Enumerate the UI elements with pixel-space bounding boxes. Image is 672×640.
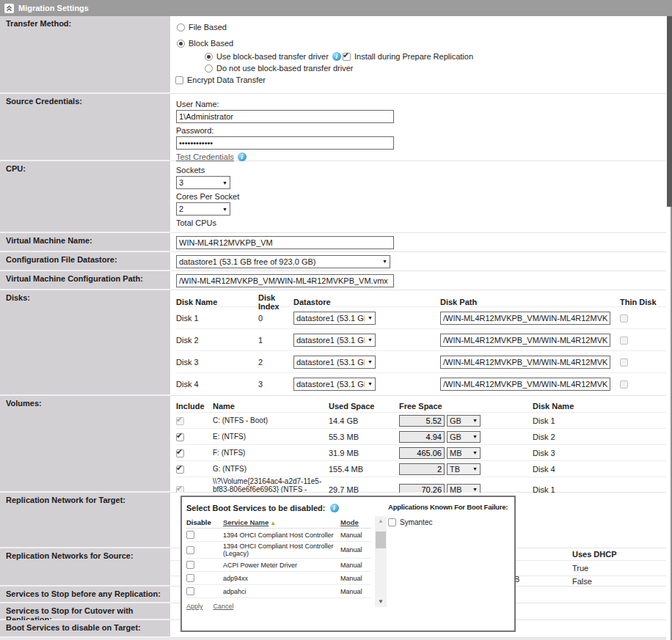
test-credentials-link[interactable]: Test Credentials	[176, 152, 234, 161]
disk-index: 2	[258, 358, 293, 367]
disk-path-input[interactable]	[440, 378, 610, 391]
include-checkbox[interactable]	[176, 433, 184, 441]
encrypt-checkbox[interactable]	[175, 76, 183, 84]
boot-services-table: Disable Service Name Mode 1394 OHCI Comp…	[186, 516, 371, 610]
service-disable-checkbox[interactable]	[186, 587, 194, 595]
app-checkbox[interactable]	[388, 518, 396, 526]
cancel-link[interactable]: Cancel	[213, 603, 234, 610]
section-label-vm-name: Virtual Machine Name:	[0, 233, 170, 252]
disk-index: 0	[258, 314, 293, 323]
section-label-disks: Disks:	[0, 290, 170, 396]
volume-used-space: 55.3 MB	[329, 433, 399, 441]
section-label-vm-config-path: Virtual Machine Configuration Path:	[0, 271, 170, 290]
install-prepare-checkbox[interactable]	[343, 53, 351, 61]
thin-disk-checkbox[interactable]	[620, 358, 628, 367]
disk-path-input[interactable]	[440, 356, 610, 369]
service-disable-checkbox[interactable]	[186, 574, 194, 582]
free-space-unit-select[interactable]: TB	[447, 463, 481, 475]
info-icon[interactable]	[330, 504, 339, 512]
volume-name: E: (NTFS)	[213, 433, 329, 441]
block-based-radio[interactable]	[177, 40, 185, 48]
password-label: Password:	[176, 126, 666, 136]
scrollbar-down-icon[interactable]	[375, 597, 387, 606]
sockets-select[interactable]: 3	[176, 176, 230, 189]
thin-disk-checkbox[interactable]	[620, 380, 628, 389]
section-label-config-datastore: Configuration File Datastore:	[0, 252, 170, 271]
thin-disk-checkbox[interactable]	[620, 336, 628, 345]
include-checkbox[interactable]	[176, 466, 184, 474]
volumes-header-disk: Disk Name	[533, 402, 666, 411]
service-row: ACPI Power Meter Driver Manual	[186, 559, 371, 572]
service-name: ACPI Power Meter Driver	[223, 562, 340, 569]
password-input[interactable]	[176, 136, 394, 150]
volumes-header-include: Include	[176, 402, 213, 411]
free-space-unit-select[interactable]: MB	[447, 447, 481, 459]
service-name: 1394 OHCI Compliant Host Controller	[223, 532, 340, 539]
services-scrollbar[interactable]	[375, 516, 387, 607]
section-label-replication-networks-source: Replication Networks for Source:	[0, 548, 170, 586]
services-header-mode[interactable]: Mode	[340, 518, 359, 526]
apps-known-for-boot-failure: Applications Known For Boot Failure: Sym…	[388, 503, 512, 526]
right-scrollbar-thumb[interactable]	[667, 16, 672, 207]
volume-row: E: (NTFS) 55.3 MB GB Disk 2	[176, 428, 666, 444]
disk-path-input[interactable]	[440, 334, 610, 347]
free-space-input[interactable]	[399, 415, 445, 427]
service-disable-checkbox[interactable]	[186, 531, 194, 539]
disks-header-thin: Thin Disk	[620, 298, 666, 306]
service-disable-checkbox[interactable]	[186, 561, 194, 569]
volume-disk-name: Disk 3	[533, 449, 666, 457]
service-disable-checkbox[interactable]	[186, 546, 194, 554]
vm-name-input[interactable]	[176, 236, 394, 249]
disk-datastore-select[interactable]: datastore1 (53.1 GB free of 923.0 GB)	[293, 334, 376, 347]
scrollbar-thumb[interactable]	[376, 532, 386, 548]
apps-header: Applications Known For Boot Failure:	[388, 503, 512, 511]
disk-datastore-select[interactable]: datastore1 (53.1 GB free of 923.0 GB)	[293, 356, 376, 369]
free-space-unit-select[interactable]: GB	[447, 415, 481, 427]
free-space-unit-select[interactable]: GB	[447, 431, 481, 443]
vm-config-path-input[interactable]	[176, 274, 394, 287]
volumes-header-free: Free Space	[399, 402, 533, 411]
section-vm-name: Virtual Machine Name:	[0, 233, 666, 252]
cores-label: Cores Per Socket	[176, 192, 666, 202]
section-label-source-credentials: Source Credentials:	[0, 94, 170, 161]
volume-name: G: (NTFS)	[213, 465, 329, 473]
section-cpu: CPU: Sockets 3 Cores Per Socket 2 Total …	[0, 161, 666, 233]
cores-select[interactable]: 2	[176, 202, 230, 216]
thin-disk-checkbox[interactable]	[620, 315, 628, 323]
volume-disk-name: Disk 4	[533, 465, 666, 474]
services-header-disable: Disable	[186, 518, 223, 526]
section-label-replication-network-target: Replication Network for Target:	[0, 493, 170, 548]
disk-path-input[interactable]	[440, 312, 610, 325]
collapse-icon[interactable]	[4, 4, 14, 13]
section-label-volumes: Volumes:	[0, 396, 170, 493]
volumes-header-used: Used Space	[329, 402, 399, 411]
include-checkbox[interactable]	[176, 417, 184, 425]
section-vm-config-path: Virtual Machine Configuration Path:	[0, 271, 666, 290]
username-input[interactable]	[176, 110, 394, 123]
services-header-service-name[interactable]: Service Name	[223, 518, 276, 526]
config-datastore-select[interactable]: datastore1 (53.1 GB free of 923.0 GB)	[176, 255, 390, 268]
service-row: 1394 OHCI Compliant Host Controller Manu…	[186, 529, 371, 542]
info-icon[interactable]	[332, 52, 341, 61]
uses-dhcp-header: Uses DHCP	[572, 550, 617, 559]
service-mode: Manual	[340, 575, 371, 582]
free-space-input[interactable]	[399, 447, 445, 459]
disk-datastore-select[interactable]: datastore1 (53.1 GB free of 923.0 GB)	[293, 378, 376, 391]
no-driver-radio[interactable]	[205, 65, 213, 73]
disk-datastore-select[interactable]: datastore1 (53.1 GB free of 923.0 GB)	[293, 312, 376, 325]
free-space-input[interactable]	[399, 463, 445, 475]
info-icon[interactable]	[238, 152, 246, 161]
section-transfer-method: Transfer Method: File Based Block Based …	[0, 16, 666, 94]
use-driver-radio[interactable]	[205, 53, 213, 61]
file-based-radio[interactable]	[177, 23, 185, 32]
free-space-input[interactable]	[399, 431, 445, 443]
use-driver-label: Use block-based transfer driver	[216, 52, 329, 61]
include-checkbox[interactable]	[176, 449, 184, 457]
disk-index: 3	[258, 380, 293, 389]
service-row: adpahci Manual	[186, 585, 371, 598]
volume-used-space: 155.4 MB	[329, 465, 399, 474]
apply-link[interactable]: Apply	[186, 603, 203, 610]
migration-settings-panel: Migration Settings Transfer Method: File…	[0, 0, 672, 640]
scrollbar-up-icon[interactable]	[375, 517, 387, 526]
disks-table: Disk Name Disk Index Datastore Disk Path…	[170, 290, 666, 394]
